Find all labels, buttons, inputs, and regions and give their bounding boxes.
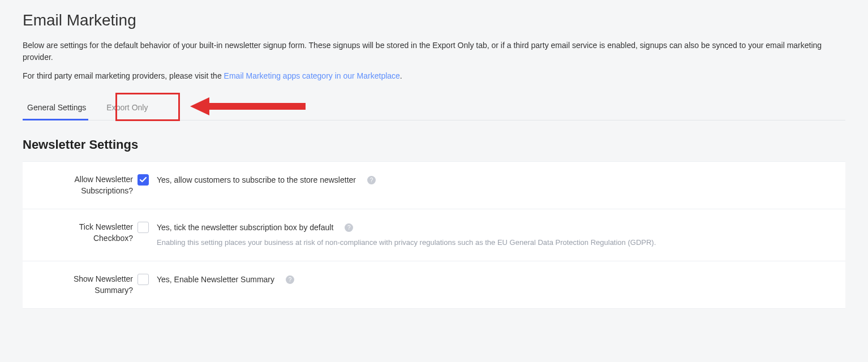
marketplace-link[interactable]: Email Marketing apps category in our Mar…: [224, 71, 400, 80]
checkbox-label: Yes, tick the newsletter subscription bo…: [157, 223, 333, 232]
tick-newsletter-checkbox[interactable]: [137, 222, 149, 233]
setting-tick-newsletter: Tick Newsletter Checkbox? Yes, tick the …: [23, 209, 845, 261]
gdpr-warning-text: Enabling this setting places your busine…: [157, 238, 830, 248]
allow-newsletter-checkbox[interactable]: [137, 174, 149, 186]
section-title: Newsletter Settings: [23, 137, 845, 152]
tab-general-settings[interactable]: General Settings: [23, 96, 96, 120]
page-title: Email Marketing: [23, 11, 845, 29]
provider-text-suffix: .: [400, 71, 402, 80]
setting-label: Tick Newsletter Checkbox?: [38, 222, 137, 244]
setting-allow-newsletter: Allow Newsletter Subscriptions? Yes, all…: [23, 162, 845, 209]
help-icon[interactable]: ?: [286, 275, 294, 284]
show-summary-checkbox[interactable]: [137, 274, 149, 285]
help-icon[interactable]: ?: [367, 176, 376, 184]
annotation-arrow: [187, 94, 311, 120]
provider-text-prefix: For third party email marketing provider…: [23, 71, 224, 80]
setting-label: Show Newsletter Summary?: [38, 274, 137, 296]
setting-label: Allow Newsletter Subscriptions?: [38, 174, 137, 196]
setting-show-summary: Show Newsletter Summary? Yes, Enable New…: [23, 261, 845, 308]
provider-line: For third party email marketing provider…: [23, 71, 845, 80]
tab-export-only[interactable]: Export Only: [96, 96, 158, 120]
checkbox-label: Yes, allow customers to subscribe to the…: [157, 175, 356, 184]
page-description: Below are settings for the default behav…: [23, 40, 845, 63]
settings-panel: Allow Newsletter Subscriptions? Yes, all…: [23, 161, 845, 309]
tabs: General Settings Export Only: [23, 96, 845, 120]
svg-marker-1: [190, 97, 209, 115]
help-icon[interactable]: ?: [345, 223, 353, 232]
check-icon: [140, 177, 147, 183]
checkbox-label: Yes, Enable Newsletter Summary: [157, 275, 274, 284]
